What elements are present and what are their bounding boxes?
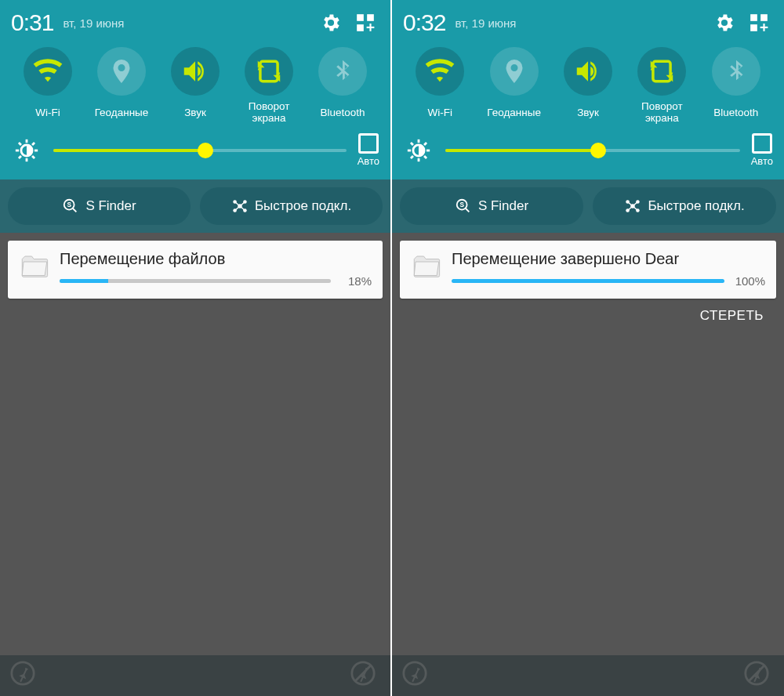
toggle-label: Звук — [577, 100, 599, 124]
toggle-wifi[interactable]: Wi-Fi — [408, 47, 472, 124]
pill-connect[interactable]: Быстрое подкл. — [200, 187, 383, 225]
toggle-label: Звук — [184, 100, 206, 124]
quick-toggles-row: Wi-Fi Геоданные Звук Поворот экрана Blue… — [403, 47, 773, 124]
toggle-location[interactable]: Геоданные — [89, 47, 154, 124]
svg-rect-2 — [357, 24, 364, 31]
footer-bar — [392, 655, 784, 696]
checkbox-icon — [358, 133, 379, 154]
notification-area: Перемещение файлов 18% — [0, 233, 390, 299]
svg-line-35 — [424, 156, 426, 158]
pin-button[interactable] — [401, 660, 433, 691]
connect-icon — [231, 198, 249, 215]
status-bar: 0:31 вт, 19 июня — [11, 6, 379, 39]
toggle-label: Bluetooth — [713, 100, 758, 124]
progress-percent: 100% — [732, 274, 765, 288]
pill-sfinder[interactable]: S S Finder — [8, 187, 191, 225]
progress-percent: 18% — [339, 274, 372, 288]
toggle-rotate[interactable]: Поворот экрана — [237, 47, 301, 124]
notification-title: Перемещение завершено Dear — [452, 250, 765, 268]
svg-line-37 — [424, 142, 426, 144]
svg-line-12 — [19, 156, 21, 158]
toggle-wifi[interactable]: Wi-Fi — [16, 47, 80, 124]
edit-toggles-button[interactable] — [745, 9, 773, 37]
notification-header: 0:32 вт, 19 июня Wi-Fi Геоданные Звук По… — [392, 0, 784, 179]
folder-icon — [17, 250, 52, 285]
settings-button[interactable] — [710, 9, 739, 37]
screen-1: 0:32 вт, 19 июня Wi-Fi Геоданные Звук По… — [392, 0, 784, 696]
sound-icon — [564, 47, 612, 96]
connect-icon — [624, 198, 641, 215]
svg-rect-26 — [750, 24, 757, 31]
auto-label: Авто — [358, 155, 379, 167]
toggle-label: Геоданные — [487, 100, 541, 124]
svg-rect-4 — [367, 27, 375, 28]
brightness-icon — [11, 135, 42, 166]
toggle-label: Wi-Fi — [427, 100, 452, 124]
shortcut-pills-row: S S Finder Быстрое подкл. — [0, 179, 390, 233]
location-icon — [97, 47, 146, 96]
svg-rect-1 — [367, 14, 374, 21]
brightness-slider[interactable] — [445, 149, 740, 152]
progress-bar — [452, 279, 724, 283]
rotate-icon — [245, 47, 293, 96]
toggle-rotate[interactable]: Поворот экрана — [630, 47, 694, 124]
svg-point-45 — [404, 662, 426, 684]
svg-rect-28 — [760, 27, 768, 28]
svg-text:S: S — [459, 201, 464, 208]
toggle-bluetooth[interactable]: Bluetooth — [704, 47, 768, 124]
toggle-location[interactable]: Геоданные — [482, 47, 546, 124]
brightness-slider[interactable] — [53, 149, 347, 152]
toggle-label: Геоданные — [95, 100, 149, 124]
toggle-label: Wi-Fi — [35, 100, 60, 124]
svg-point-21 — [12, 662, 34, 684]
notification-header: 0:31 вт, 19 июня Wi-Fi Геоданные Звук По… — [0, 0, 390, 179]
brightness-icon — [403, 135, 434, 166]
pill-label: S Finder — [478, 198, 528, 214]
wifi-icon — [24, 47, 72, 96]
bluetooth-icon — [712, 47, 760, 96]
svg-rect-24 — [750, 14, 757, 21]
svg-rect-0 — [357, 14, 364, 21]
auto-brightness-toggle[interactable]: Авто — [751, 133, 773, 167]
clock-time: 0:31 — [11, 9, 53, 36]
brightness-row: Авто — [11, 133, 379, 179]
auto-label: Авто — [751, 155, 773, 167]
svg-line-13 — [32, 142, 34, 144]
toggle-label: Поворот экрана — [630, 100, 694, 124]
clear-notifications-button[interactable]: СТЕРЕТЬ — [400, 299, 776, 324]
toggle-sound[interactable]: Звук — [556, 47, 620, 124]
location-icon — [490, 47, 539, 96]
notification-card[interactable]: Перемещение файлов 18% — [8, 241, 383, 299]
notification-title: Перемещение файлов — [60, 250, 372, 268]
toggle-sound[interactable]: Звук — [163, 47, 227, 124]
wifi-icon — [416, 47, 464, 96]
toggle-bluetooth[interactable]: Bluetooth — [310, 47, 375, 124]
svg-line-34 — [411, 142, 413, 144]
pill-label: Быстрое подкл. — [648, 198, 744, 214]
sfinder-icon: S — [455, 198, 472, 215]
bluetooth-icon — [318, 47, 367, 96]
pin-button[interactable] — [9, 660, 41, 691]
unpin-button[interactable] — [743, 660, 775, 691]
folder-icon — [409, 250, 444, 285]
checkbox-icon — [752, 133, 772, 154]
toggle-label: Bluetooth — [320, 100, 365, 124]
shortcut-pills-row: S S Finder Быстрое подкл. — [392, 179, 784, 233]
footer-bar — [0, 655, 390, 696]
toggle-label: Поворот экрана — [237, 100, 301, 124]
pill-sfinder[interactable]: S S Finder — [400, 187, 583, 225]
clock-date: вт, 19 июня — [455, 16, 516, 30]
notification-card[interactable]: Перемещение завершено Dear 100% — [400, 241, 776, 299]
svg-line-10 — [19, 142, 21, 144]
edit-toggles-button[interactable] — [351, 9, 379, 37]
settings-button[interactable] — [317, 9, 345, 37]
clock-date: вт, 19 июня — [63, 16, 124, 30]
svg-line-36 — [411, 156, 413, 158]
auto-brightness-toggle[interactable]: Авто — [358, 133, 379, 167]
pill-label: Быстрое подкл. — [255, 198, 351, 214]
progress-bar — [60, 279, 331, 283]
svg-line-11 — [32, 156, 34, 158]
quick-toggles-row: Wi-Fi Геоданные Звук Поворот экрана Blue… — [11, 47, 379, 124]
unpin-button[interactable] — [350, 660, 381, 691]
pill-connect[interactable]: Быстрое подкл. — [593, 187, 776, 225]
